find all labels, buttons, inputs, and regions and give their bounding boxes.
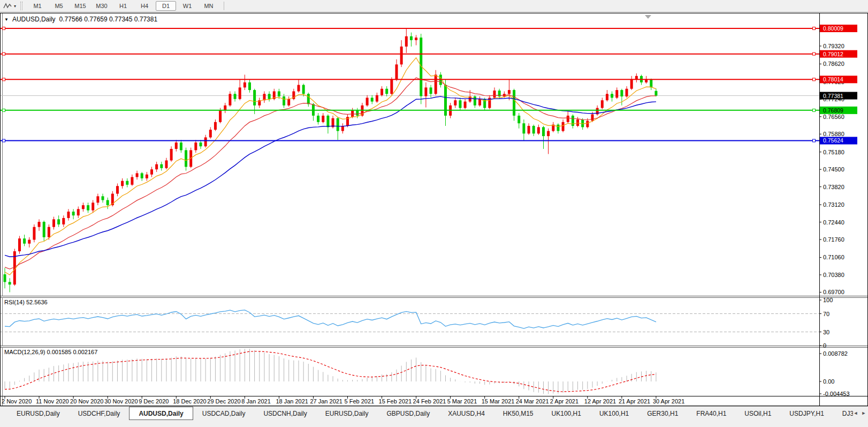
candle-body — [537, 127, 540, 133]
chart-tab-bar: EURUSD,DailyUSDCHF,DailyAUDUSD,DailyUSDC… — [0, 406, 868, 427]
tab-eurusd-daily[interactable]: EURUSD,Daily — [7, 407, 69, 420]
candle-body — [180, 143, 182, 150]
candle-body — [444, 85, 447, 116]
candle-body — [430, 87, 432, 94]
candle-body — [390, 80, 393, 94]
candle-body — [557, 125, 559, 131]
tab-dj30-weekly[interactable]: DJ30,Weekly — [833, 407, 853, 420]
timeframe-button-h4[interactable]: H4 — [134, 1, 155, 11]
chart-canvas[interactable]: 2 Nov 202011 Nov 202020 Nov 202030 Nov 2… — [1, 13, 867, 406]
time-tick-label: 18 Dec 2020 — [173, 398, 206, 404]
candle-body — [508, 90, 511, 94]
tab-xauusd-h4[interactable]: XAUUSD,H4 — [439, 407, 494, 420]
timeframe-button-d1[interactable]: D1 — [156, 1, 176, 11]
timeframe-button-m15[interactable]: M15 — [70, 1, 90, 11]
tab-usdcnh-daily[interactable]: USDCNH,Daily — [254, 407, 316, 420]
tab-uk100-h1[interactable]: UK100,H1 — [543, 407, 590, 420]
tab-gbpusd-daily[interactable]: GBPUSD,Daily — [377, 407, 439, 420]
candle-body — [645, 80, 648, 83]
candle-body — [626, 89, 628, 96]
macd-indicator-label: MACD(12,26,9) 0.001585 0.002167 — [4, 349, 97, 355]
candle-body — [204, 137, 207, 146]
candle-body — [121, 181, 124, 186]
price-tick-label: 0.73120 — [823, 201, 844, 208]
price-badge-label: 0.80009 — [823, 25, 843, 32]
rsi-axis-label: 30 — [823, 329, 829, 335]
candle-body — [43, 222, 45, 237]
candle-body — [33, 227, 35, 240]
candle-body — [67, 212, 70, 218]
chart-shift-marker[interactable] — [645, 15, 651, 19]
tab-hk50-m15[interactable]: HK50,M15 — [494, 407, 543, 420]
hline-handle[interactable] — [3, 53, 5, 55]
candle-body — [243, 83, 246, 88]
hline-handle[interactable] — [813, 109, 816, 111]
candle-body — [150, 169, 153, 175]
candle-body — [337, 118, 339, 131]
price-badge-label: 0.75624 — [823, 137, 843, 144]
tab-scroll-left-icon[interactable]: ◄ — [852, 409, 859, 417]
candle-body — [522, 123, 525, 133]
toolbar-grip[interactable] — [20, 2, 22, 10]
time-tick-label: 30 Nov 2020 — [104, 398, 138, 404]
rsi-line — [5, 310, 656, 328]
timeframe-button-h1[interactable]: H1 — [113, 1, 133, 11]
candle-body — [380, 89, 383, 95]
price-badge-label: 0.77381 — [823, 93, 843, 99]
candle-body — [224, 106, 226, 111]
tab-ger30-h1[interactable]: GER30,H1 — [638, 407, 687, 420]
tab-usdchf-daily[interactable]: USDCHF,Daily — [69, 407, 130, 420]
hline-handle[interactable] — [3, 139, 5, 142]
toolbar: ▾ M1M5M15M30H1H4D1W1MN — [0, 0, 868, 12]
time-tick-label: 15 Mar 2021 — [482, 398, 515, 404]
candle-body — [601, 100, 604, 108]
time-tick-label: 29 Dec 2020 — [207, 398, 240, 404]
candle-body — [77, 209, 80, 215]
tab-audusd-daily[interactable]: AUDUSD,Daily — [129, 407, 193, 420]
time-tick-label: 20 Nov 2020 — [70, 398, 103, 404]
chart-menu-icon[interactable]: ▼ — [4, 17, 9, 22]
candle-body — [528, 126, 530, 133]
candle-body — [52, 219, 55, 227]
timeframe-button-m30[interactable]: M30 — [92, 1, 112, 11]
candle-body — [72, 212, 75, 215]
candle-body — [116, 186, 119, 193]
price-tick-label: 0.78620 — [823, 61, 844, 67]
tab-eurusd-daily[interactable]: EURUSD,Daily — [316, 407, 378, 420]
time-tick-label: 9 Dec 2020 — [139, 398, 169, 404]
tab-uk100-h1[interactable]: UK100,H1 — [590, 407, 638, 420]
hline-handle[interactable] — [813, 78, 816, 81]
candle-body — [23, 238, 26, 244]
timeframe-button-w1[interactable]: W1 — [177, 1, 197, 11]
candle-body — [400, 47, 403, 64]
cursor-mode-dropdown-icon[interactable]: ▾ — [14, 4, 16, 9]
tab-usdjpy-h1[interactable]: USDJPY,H1 — [780, 407, 833, 420]
timeframe-button-mn[interactable]: MN — [199, 1, 219, 11]
hline-handle[interactable] — [3, 27, 5, 30]
candle-body — [572, 116, 574, 126]
hline-handle[interactable] — [3, 109, 5, 111]
hline-handle[interactable] — [813, 139, 816, 142]
candle-body — [102, 196, 104, 200]
tab-fra40-h1[interactable]: FRA40,H1 — [687, 407, 735, 420]
hline-handle[interactable] — [813, 27, 816, 30]
cursor-mode-icon[interactable] — [2, 2, 13, 10]
candle-body — [454, 100, 456, 106]
timeframe-button-m1[interactable]: M1 — [27, 1, 48, 11]
tab-usdcad-daily[interactable]: USDCAD,Daily — [193, 407, 255, 420]
price-tick-label: 0.72440 — [823, 219, 844, 226]
hline-handle[interactable] — [3, 78, 5, 81]
timeframe-button-m5[interactable]: M5 — [49, 1, 69, 11]
price-tick-label: 0.73820 — [823, 184, 844, 190]
tab-scroll-right-icon[interactable]: ► — [861, 409, 867, 417]
candle-body — [126, 181, 128, 185]
macd-axis-label: -0.004453 — [823, 391, 850, 397]
candle-body — [630, 80, 633, 89]
candle-body — [591, 114, 594, 121]
candle-body — [474, 96, 476, 106]
chart-symbol-label: AUDUSD,Daily — [12, 16, 56, 23]
candle-body — [620, 90, 623, 96]
time-tick-label: 5 Feb 2021 — [345, 398, 375, 404]
tab-usoil-h1[interactable]: USOil,H1 — [735, 407, 780, 420]
hline-handle[interactable] — [813, 53, 816, 55]
